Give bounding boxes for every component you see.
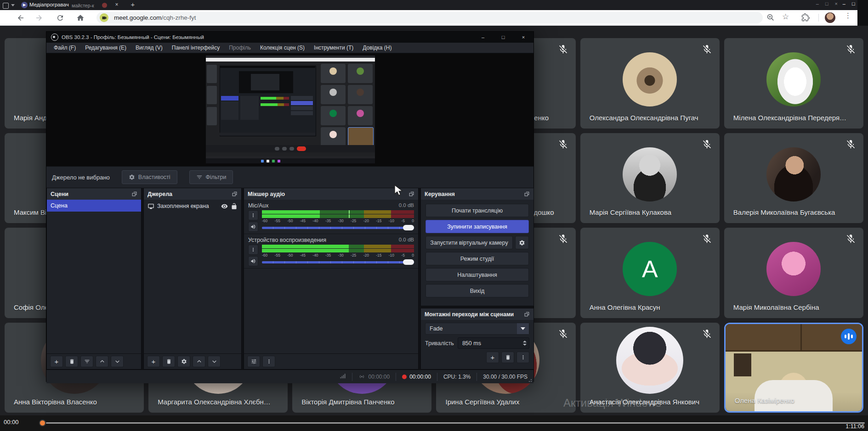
back-icon[interactable] [17,14,25,22]
participant-tile[interactable]: А Анна Олегівна Красун [580,228,720,318]
participant-tile[interactable]: Мілена Олександрівна Передеря… [724,38,863,129]
mic-muted-icon [702,329,712,339]
add-transition-button[interactable]: + [486,352,499,363]
minimize-button[interactable]: – [473,32,493,43]
mute-toggle-button[interactable] [248,256,258,266]
channel-menu-button[interactable] [248,210,258,220]
popout-icon[interactable] [524,191,530,197]
add-scene-button[interactable]: + [50,356,63,367]
obs-titlebar[interactable]: OBS 30.2.3 - Профіль: Безымянный - Сцени… [46,32,533,43]
filters-button[interactable]: Фільтри [189,170,233,184]
remove-source-button[interactable] [162,356,175,367]
channel-menu-button[interactable] [248,245,258,255]
menu-item[interactable]: Колекція сцен (S) [255,44,309,52]
popout-icon[interactable] [524,311,530,317]
stop-recording-button[interactable]: Зупинити записування [425,220,529,233]
move-source-up-button[interactable] [193,356,205,367]
maximize-button[interactable]: □ [825,1,828,6]
transition-select[interactable]: Fade [425,323,529,335]
menu-item[interactable]: Вигляд (V) [131,44,167,52]
popout-icon[interactable] [131,191,137,197]
video-decoration [734,353,752,376]
slider-track[interactable] [262,227,414,229]
maximize-button[interactable]: □ [852,1,855,6]
duration-spinner[interactable] [521,338,529,348]
forward-icon[interactable] [35,14,43,22]
popout-icon[interactable] [232,191,238,197]
volume-slider[interactable] [262,224,414,231]
participant-tile[interactable]: Олександра Олександрівна Пугач [580,38,720,129]
advanced-audio-button[interactable] [247,356,260,367]
chrome-window-controls[interactable]: – □ × [816,1,838,6]
profile-avatar[interactable] [825,12,835,23]
remove-scene-button[interactable] [65,356,78,367]
total-duration: 1:11:06 [845,423,864,430]
slider-knob[interactable] [403,225,414,230]
minimize-button[interactable]: – [843,1,845,6]
obs-window[interactable]: OBS 30.2.3 - Профіль: Безымянный - Сцени… [46,31,534,382]
scene-item-selected[interactable]: Сцена [47,200,141,212]
add-source-button[interactable]: + [147,356,160,367]
visibility-eye-icon[interactable] [221,203,228,210]
source-item[interactable]: Захоплення екрана [144,200,241,213]
source-properties-button[interactable] [177,356,190,367]
dropdown-arrow-icon[interactable] [517,323,529,334]
maximize-button[interactable]: □ [493,32,513,43]
move-scene-up-button[interactable] [96,356,108,367]
slider-track[interactable] [262,261,414,263]
settings-button[interactable]: Налаштування [425,268,529,281]
mixer-menu-button[interactable] [262,356,275,367]
minimize-button[interactable]: – [816,1,819,6]
close-button[interactable]: × [835,1,838,6]
participant-tile-speaking[interactable]: Олена Казіміренко [724,323,863,413]
participant-tile[interactable]: Марія Сергіївна Кулакова [580,133,720,224]
volume-slider[interactable] [262,258,414,266]
menu-item[interactable]: Файл (F) [49,44,80,52]
player-window-edge [857,0,868,26]
scene-filters-button[interactable] [80,356,93,367]
obs-preview-canvas[interactable] [46,53,533,166]
bookmark-star-icon[interactable]: ☆ [782,12,789,22]
exit-button[interactable]: Вихід [425,284,529,297]
browser-menu-icon[interactable]: ⋮ [845,11,851,20]
participant-name: Вікторія Дмитрівна Панченко [301,398,394,406]
source-list[interactable]: Захоплення екрана [144,200,241,353]
move-source-down-button[interactable] [208,356,221,367]
tab-title[interactable]: Медіапрогравач [29,2,69,7]
url-bar[interactable]: meet.google.com/cqh-zrhe-fyt [96,12,763,23]
menu-item[interactable]: Панелі інтерфейсу [167,44,224,52]
seek-bar[interactable] [46,422,865,424]
scene-list[interactable]: Сцена [47,200,141,353]
reload-icon[interactable] [56,14,64,22]
start-virtual-camera-button[interactable]: Запустити віртуальну камеру [425,236,513,249]
menu-item[interactable]: Редагування (E) [80,44,131,52]
new-tab-button[interactable]: + [129,0,137,8]
playhead-handle[interactable] [39,420,46,426]
popout-icon[interactable] [408,191,414,197]
camera-in-use-icon[interactable] [100,13,108,22]
close-button[interactable]: × [513,32,533,43]
menu-item[interactable]: Інструменти (T) [309,44,358,52]
media-player-favicon: ▶ [21,2,28,8]
remove-transition-button[interactable] [501,352,514,363]
lock-icon[interactable] [231,203,238,210]
participant-tile[interactable]: Марія Миколаївна Сербіна [724,228,863,318]
menu-item[interactable]: Довідка (H) [358,44,396,52]
menu-item[interactable]: Профіль [224,44,255,52]
duration-input[interactable]: 850 ms [458,337,529,349]
tab-close-button[interactable]: × [113,1,120,8]
resize-grip[interactable] [528,379,532,382]
studio-mode-button[interactable]: Режим студії [425,252,529,265]
transition-menu-button[interactable] [516,352,529,363]
home-icon[interactable] [76,14,85,22]
participant-tile[interactable]: Валерія Миколаївна Бугаєвська [724,133,863,224]
tab-search-caret-icon[interactable] [11,4,15,6]
start-streaming-button[interactable]: Почати трансляцію [425,204,529,217]
virtual-camera-settings-button[interactable] [515,236,529,249]
extensions-icon[interactable] [801,13,810,22]
zoom-icon[interactable] [766,13,775,22]
mute-toggle-button[interactable] [248,222,258,232]
move-scene-down-button[interactable] [111,356,124,367]
slider-knob[interactable] [403,259,414,265]
properties-button[interactable]: Властивості [122,170,177,184]
